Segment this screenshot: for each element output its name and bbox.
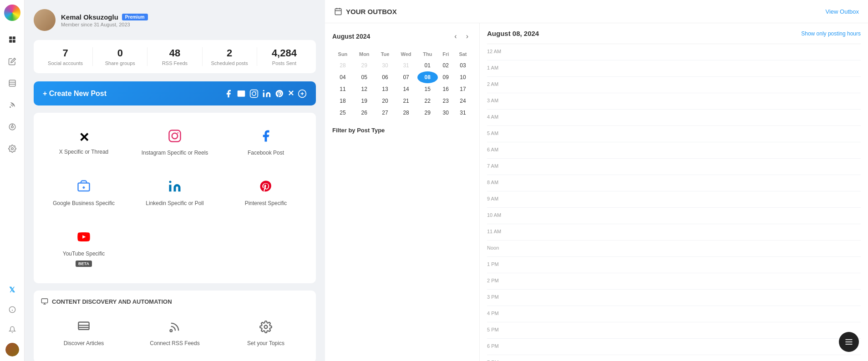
linkedin-label: Linkedin Specific or Poll — [146, 200, 203, 206]
time-slot: 3 PM — [487, 290, 861, 306]
time-slot-label: 5 AM — [487, 130, 510, 136]
stat-social-accounts: 7 Social accounts — [38, 47, 93, 66]
post-type-facebook[interactable]: Facebook Post — [223, 120, 309, 165]
calendar-day[interactable]: 01 — [417, 60, 438, 71]
calendar-day[interactable]: 06 — [376, 71, 395, 83]
svg-rect-1 — [12, 36, 15, 39]
time-slot: 8 AM — [487, 175, 861, 191]
calendar-day[interactable]: 24 — [454, 95, 472, 107]
stat-share-groups-number: 0 — [96, 47, 143, 59]
sidebar-item-compose[interactable] — [5, 55, 19, 68]
time-slot: 11 AM — [487, 224, 861, 241]
calendar-day[interactable]: 17 — [454, 83, 472, 95]
svg-rect-42 — [335, 9, 341, 15]
post-type-youtube[interactable]: YouTube Specific BETA — [41, 221, 127, 276]
calendar-day[interactable]: 22 — [417, 95, 438, 107]
show-posting-link[interactable]: Show only posting hours — [801, 30, 861, 37]
outbox-body: August 2024 ‹ › Sun Mon Tue Wed T — [325, 23, 868, 361]
calendar-day[interactable]: 31 — [395, 60, 417, 71]
stat-share-groups-label: Share groups — [96, 60, 143, 66]
user-avatar — [34, 9, 56, 31]
calendar-day[interactable]: 11 — [332, 83, 353, 95]
svg-rect-16 — [250, 90, 258, 97]
create-post-button[interactable]: + Create New Post ✕ — [34, 81, 316, 105]
calendar-day[interactable]: 13 — [376, 83, 395, 95]
time-slot: 6 PM — [487, 339, 861, 355]
sidebar-item-feeds[interactable] — [5, 98, 19, 112]
calendar-day[interactable]: 20 — [376, 95, 395, 107]
svg-rect-19 — [263, 92, 264, 97]
calendar-day[interactable]: 02 — [438, 60, 454, 71]
filter-section: Filter by Post Type — [332, 126, 472, 134]
time-slots-container: 12 AM1 AM2 AM3 AM4 AM5 AM6 AM7 AM8 AM9 A… — [487, 44, 861, 361]
sidebar-item-dashboard[interactable] — [5, 33, 19, 46]
user-info: Kemal Oksuzoglu Premium Member since 31 … — [61, 13, 148, 27]
calendar-prev-button[interactable]: ‹ — [451, 30, 460, 42]
post-type-linkedin[interactable]: Linkedin Specific or Poll — [132, 170, 218, 216]
time-slot-label: 4 PM — [487, 310, 510, 316]
post-type-instagram[interactable]: Instagram Specific or Reels — [132, 120, 218, 165]
stat-scheduled-posts-label: Scheduled posts — [206, 60, 253, 66]
calendar-day[interactable]: 19 — [353, 95, 376, 107]
set-topics-card[interactable]: Set your Topics — [223, 311, 309, 356]
calendar-day[interactable]: 16 — [438, 83, 454, 95]
view-outbox-link[interactable]: View Outbox — [826, 8, 859, 15]
svg-rect-33 — [41, 299, 47, 303]
post-type-google-business[interactable]: Google Business Specific — [41, 170, 127, 216]
calendar-day[interactable]: 03 — [454, 60, 472, 71]
instagram-label: Instagram Specific or Reels — [142, 150, 208, 156]
calendar-day[interactable]: 21 — [395, 95, 417, 107]
time-slot-label: 7 AM — [487, 162, 510, 169]
calendar-day[interactable]: 29 — [417, 107, 438, 119]
stat-share-groups: 0 Share groups — [93, 47, 147, 66]
calendar-day[interactable]: 09 — [438, 71, 454, 83]
sidebar-user-avatar[interactable] — [5, 343, 19, 356]
time-slot: 5 PM — [487, 322, 861, 339]
calendar-day[interactable]: 15 — [417, 83, 438, 95]
cal-header-sun: Sun — [332, 49, 353, 60]
cal-header-sat: Sat — [454, 49, 472, 60]
time-slot: 2 PM — [487, 273, 861, 290]
svg-point-41 — [264, 326, 268, 329]
time-slot-label: 1 AM — [487, 64, 510, 70]
discover-articles-card[interactable]: Discover Articles — [41, 311, 127, 356]
time-slot-label: 6 PM — [487, 342, 510, 349]
calendar-day[interactable]: 05 — [353, 71, 376, 83]
post-type-pinterest[interactable]: Pinterest Specific — [223, 170, 309, 216]
calendar-day[interactable]: 28 — [395, 107, 417, 119]
calendar-day[interactable]: 28 — [332, 60, 353, 71]
connect-rss-card[interactable]: Connect RSS Feeds — [132, 311, 218, 356]
app-logo[interactable] — [4, 5, 20, 21]
calendar-next-button[interactable]: › — [462, 30, 472, 42]
calendar-day[interactable]: 14 — [395, 83, 417, 95]
calendar-day[interactable]: 30 — [438, 107, 454, 119]
calendar-day[interactable]: 30 — [376, 60, 395, 71]
time-slot-label: 2 AM — [487, 80, 510, 87]
time-slot: 4 AM — [487, 110, 861, 126]
post-type-x-specific[interactable]: ✕ X Specific or Thread — [41, 120, 127, 165]
chat-button[interactable] — [839, 332, 859, 352]
calendar-day[interactable]: 26 — [353, 107, 376, 119]
sidebar-twitter-icon[interactable]: 𝕏 — [5, 283, 19, 296]
calendar-day[interactable]: 27 — [376, 107, 395, 119]
svg-point-17 — [252, 91, 256, 95]
sidebar-item-posts[interactable] — [5, 76, 19, 90]
time-slot-label: Noon — [487, 244, 510, 251]
calendar-day[interactable]: 07 — [395, 71, 417, 83]
calendar-day[interactable]: 08 — [417, 71, 438, 83]
calendar-day[interactable]: 23 — [438, 95, 454, 107]
calendar-day[interactable]: 29 — [353, 60, 376, 71]
calendar-day[interactable]: 31 — [454, 107, 472, 119]
calendar-day[interactable]: 12 — [353, 83, 376, 95]
sidebar-item-settings[interactable] — [5, 142, 19, 155]
sidebar-info-icon[interactable] — [5, 303, 19, 316]
sidebar-item-analytics[interactable] — [5, 120, 19, 134]
calendar-day[interactable]: 25 — [332, 107, 353, 119]
time-slot-label: 4 AM — [487, 113, 510, 120]
calendar-day[interactable]: 04 — [332, 71, 353, 83]
stat-rss-feeds-number: 48 — [151, 47, 198, 59]
calendar-day[interactable]: 18 — [332, 95, 353, 107]
calendar-day[interactable]: 10 — [454, 71, 472, 83]
time-slot: 7 AM — [487, 159, 861, 175]
sidebar-bell-icon[interactable] — [5, 323, 19, 336]
